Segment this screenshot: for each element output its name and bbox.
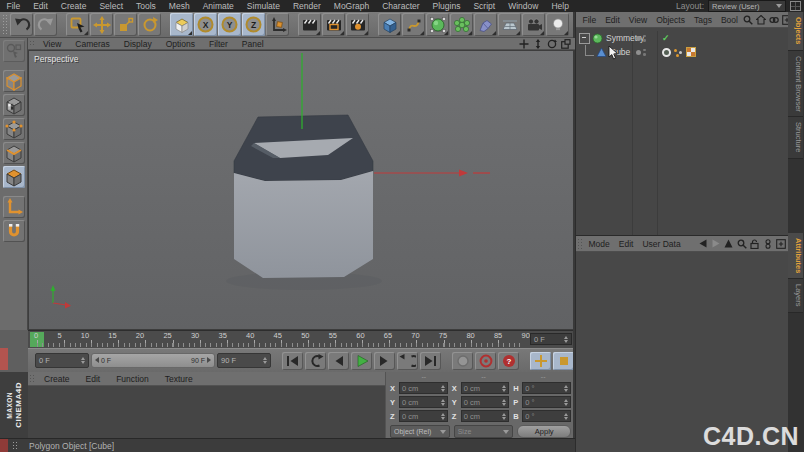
rot-b-field[interactable]: 0 ° (522, 410, 571, 422)
move-tool-button[interactable] (90, 13, 113, 36)
search-icon[interactable] (736, 238, 747, 249)
add-panel-icon[interactable] (775, 238, 786, 249)
point-mode-button[interactable] (3, 118, 25, 140)
light-button[interactable] (546, 13, 569, 36)
visibility-dots[interactable] (636, 35, 646, 42)
menu-window[interactable]: Window (502, 1, 545, 11)
axis-mode-button[interactable] (3, 196, 25, 218)
mograph-button[interactable] (450, 13, 473, 36)
tab-attributes[interactable]: Attributes (788, 233, 803, 279)
autokey-button[interactable]: ? (498, 352, 519, 370)
play-button[interactable] (351, 352, 372, 370)
tab-objects[interactable]: Objects (788, 12, 803, 51)
history-forward-icon[interactable] (710, 238, 721, 249)
viewport-3d[interactable]: Perspective (28, 50, 575, 330)
om-menu-objects[interactable]: Objects (652, 15, 690, 25)
search-icon[interactable] (742, 14, 753, 25)
mat-menu-create[interactable]: Create (36, 374, 78, 384)
om-menu-bool[interactable]: Bool (716, 15, 742, 25)
viewport-toggle-icon[interactable] (560, 39, 571, 49)
rotate-tool-button[interactable] (138, 13, 161, 36)
mat-menu-texture[interactable]: Texture (157, 374, 201, 384)
lock-x-axis-button[interactable]: X (194, 13, 217, 36)
redo-button[interactable] (34, 13, 57, 36)
window-layout-icon[interactable] (790, 1, 801, 11)
vp-menu-view[interactable]: View (36, 39, 68, 49)
object-row-symmetry[interactable]: Symmetry ✓ (576, 31, 788, 45)
spinner-icon[interactable] (263, 357, 267, 364)
render-settings-button[interactable] (346, 13, 369, 36)
menu-create[interactable]: Create (54, 1, 93, 11)
spline-button[interactable] (402, 13, 425, 36)
prev-frame-button[interactable] (328, 352, 349, 370)
cube-primitive-button[interactable] (378, 13, 401, 36)
tab-structure[interactable]: Structure (788, 117, 803, 158)
last-tool-button[interactable] (170, 13, 193, 36)
timeline-ruler[interactable]: 051015202530354045505560657075808590 0 F (28, 330, 575, 348)
spinner-icon[interactable] (564, 336, 568, 343)
live-selection-button[interactable] (66, 13, 89, 36)
pos-z-field[interactable]: 0 cm (399, 410, 448, 422)
undo-button[interactable] (10, 13, 33, 36)
home-icon[interactable] (755, 14, 766, 25)
menu-select[interactable]: Select (93, 1, 130, 11)
history-back-icon[interactable] (697, 238, 708, 249)
viewport-zoom-icon[interactable] (532, 39, 543, 49)
menu-plugins[interactable]: Plugins (426, 1, 467, 11)
am-menu-edit[interactable]: Edit (614, 239, 638, 249)
menu-mograph[interactable]: MoGraph (327, 1, 375, 11)
render-region-button[interactable] (322, 13, 345, 36)
menu-script[interactable]: Script (467, 1, 502, 11)
menu-render[interactable]: Render (286, 1, 327, 11)
make-editable-button[interactable] (3, 40, 25, 62)
size-x-field[interactable]: 0 cm (461, 382, 510, 394)
enabled-check-icon[interactable]: ✓ (662, 33, 670, 43)
am-menu-mode[interactable]: Mode (584, 239, 614, 249)
panel-splitter[interactable] (573, 12, 575, 452)
om-menu-view[interactable]: View (624, 15, 651, 25)
frame-range-slider[interactable]: 0 F 90 F (91, 353, 215, 368)
viewport-grip[interactable] (29, 40, 35, 47)
visibility-dots[interactable] (636, 49, 646, 56)
parent-up-icon[interactable] (723, 238, 734, 249)
current-frame-field[interactable]: 0 F (530, 333, 572, 345)
goto-start-button[interactable] (282, 352, 303, 370)
menu-edit[interactable]: Edit (27, 1, 55, 11)
size-mode-select[interactable]: Size (454, 425, 514, 438)
apply-button[interactable]: Apply (517, 425, 571, 438)
next-key-button[interactable] (397, 352, 418, 370)
polygon-mode-button[interactable] (3, 166, 25, 188)
prev-key-button[interactable] (305, 352, 326, 370)
phong-tag-icon[interactable] (662, 48, 671, 57)
record-position-button[interactable] (530, 352, 551, 370)
edge-mode-button[interactable] (3, 142, 25, 164)
am-menu-userdata[interactable]: User Data (638, 239, 685, 249)
om-menu-file[interactable]: File (578, 15, 601, 25)
record-keyframe-button[interactable] (475, 352, 496, 370)
vp-menu-cameras[interactable]: Cameras (68, 39, 116, 49)
subdivision-surface-button[interactable] (426, 13, 449, 36)
om-menu-tags[interactable]: Tags (689, 15, 716, 25)
materials-grip[interactable] (29, 374, 35, 383)
snap-button[interactable] (3, 220, 25, 242)
deformer-button[interactable] (474, 13, 497, 36)
collapse-expander-icon[interactable] (579, 33, 590, 44)
render-view-button[interactable] (298, 13, 321, 36)
coordinate-mode-select[interactable]: Object (Rel) (390, 425, 450, 438)
rot-h-field[interactable]: 0 ° (522, 382, 571, 394)
spinner-icon[interactable] (81, 357, 85, 364)
scale-tool-button[interactable] (114, 13, 137, 36)
texture-mode-button[interactable] (3, 94, 25, 116)
goto-end-button[interactable] (420, 352, 441, 370)
palette-grip[interactable] (2, 14, 8, 35)
mat-menu-function[interactable]: Function (108, 374, 157, 384)
coordinate-system-button[interactable] (266, 13, 289, 36)
layout-select[interactable]: Review (User) (708, 0, 786, 12)
point-selection-tag-icon[interactable] (674, 48, 683, 57)
pos-y-field[interactable]: 0 cm (399, 396, 448, 408)
mat-menu-edit[interactable]: Edit (78, 374, 109, 384)
menu-file[interactable]: File (0, 1, 27, 11)
tab-content-browser[interactable]: Content Browser (788, 51, 803, 118)
lock-y-axis-button[interactable]: Y (218, 13, 241, 36)
start-frame-field[interactable]: 0 F (35, 353, 89, 368)
